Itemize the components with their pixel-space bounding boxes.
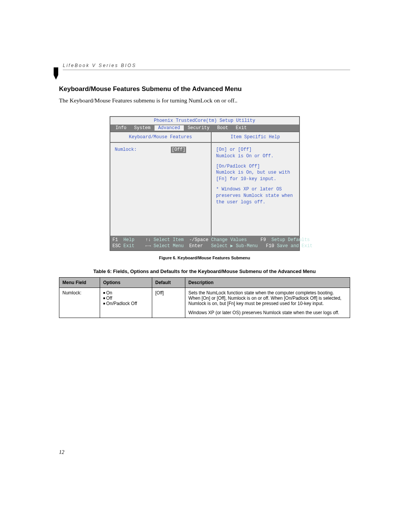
help-line: * Windows XP or later OS preserves Numlo… xyxy=(216,186,295,205)
footer-key: ↑↓ xyxy=(145,237,151,243)
help-line: [On] or [Off] xyxy=(216,147,295,153)
option-item: Off xyxy=(103,296,149,301)
col-menu-field: Menu Field xyxy=(59,278,100,288)
footer-label: Select Item xyxy=(154,237,184,243)
left-panel-title: Keyboard/Mouse Features xyxy=(110,132,211,143)
bios-left-panel: Keyboard/Mouse Features Numlock: [Off] xyxy=(110,132,212,236)
cell-menu-field: Numlock: xyxy=(59,288,100,318)
numlock-label: Numlock: xyxy=(115,147,137,153)
page-number: 12 xyxy=(59,449,64,455)
bios-window: Phoenix TrustedCore(tm) Setup Utility In… xyxy=(110,116,300,251)
section-heading: Keyboard/Mouse Features Submenu of the A… xyxy=(59,85,350,93)
footer-key: ESC xyxy=(113,243,121,249)
bios-utility-title: Phoenix TrustedCore(tm) Setup Utility xyxy=(110,117,299,125)
bios-top-menu: Info System Advanced Security Boot Exit xyxy=(110,125,299,131)
footer-key: F10 xyxy=(266,243,274,249)
help-line: Numlock is On or Off. xyxy=(216,153,295,160)
desc-paragraph: Windows XP (or later OS) preserves Numlo… xyxy=(188,310,347,315)
footer-label: Save and Exit xyxy=(277,243,313,249)
desc-paragraph: Sets the NumLock function state when the… xyxy=(188,290,347,306)
footer-label: Select Menu xyxy=(154,243,184,249)
menu-exit[interactable]: Exit xyxy=(232,125,251,131)
footer-key: F1 xyxy=(113,237,118,243)
bios-help-panel: Item Specific Help [On] or [Off] Numlock… xyxy=(212,132,299,236)
intro-paragraph: The Keyboard/Mouse Features submenu is f… xyxy=(59,97,350,105)
left-panel-content: Numlock: [Off] xyxy=(110,143,211,157)
col-default: Default xyxy=(152,278,185,288)
header-arrow-icon xyxy=(52,67,61,80)
footer-key: -/Space xyxy=(189,237,208,243)
svg-marker-0 xyxy=(54,67,58,80)
menu-advanced[interactable]: Advanced xyxy=(155,125,184,131)
bios-body: Keyboard/Mouse Features Numlock: [Off] I… xyxy=(110,131,299,236)
menu-security[interactable]: Security xyxy=(184,125,213,131)
footer-key: F9 xyxy=(260,237,266,243)
footer-label: Exit xyxy=(123,243,134,249)
fields-table: Menu Field Options Default Description N… xyxy=(59,277,350,318)
figure-caption: Figure 6. Keyboard/Mouse Features Submen… xyxy=(59,256,350,260)
table-header-row: Menu Field Options Default Description xyxy=(59,278,350,288)
help-line: [On/Padlock Off] xyxy=(216,163,295,170)
help-text: [On] or [Off] Numlock is On or Off. [On/… xyxy=(212,143,299,209)
footer-label: Change Values xyxy=(211,237,247,243)
footer-label: Select ▶ Sub-Menu xyxy=(211,243,258,249)
col-options: Options xyxy=(100,278,152,288)
menu-boot[interactable]: Boot xyxy=(213,125,232,131)
bios-footer: F1 Help ↑↓ Select Item -/Space Change Va… xyxy=(110,236,299,250)
cell-default: [Off] xyxy=(152,288,185,318)
menu-info[interactable]: Info xyxy=(112,125,131,131)
footer-label: Help xyxy=(123,237,134,243)
cell-options: On Off On/Padlock Off xyxy=(100,288,152,318)
option-item: On xyxy=(103,290,149,296)
help-line: Numlock is On, but use with [Fn] for 10-… xyxy=(216,169,295,182)
footer-label: Setup Defaults xyxy=(271,237,310,243)
document-page: LifeBook V Series BIOS Keyboard/Mouse Fe… xyxy=(59,63,350,318)
numlock-value[interactable]: [Off] xyxy=(171,147,186,153)
help-panel-title: Item Specific Help xyxy=(212,132,299,143)
running-header: LifeBook V Series BIOS xyxy=(63,63,350,70)
option-item: On/Padlock Off xyxy=(103,301,149,306)
footer-key: Enter xyxy=(189,243,203,249)
menu-system[interactable]: System xyxy=(130,125,154,131)
table-caption: Table 6: Fields, Options and Defaults fo… xyxy=(59,268,350,274)
table-row: Numlock: On Off On/Padlock Off [Off] Set… xyxy=(59,288,350,318)
cell-description: Sets the NumLock function state when the… xyxy=(185,288,350,318)
footer-key: ←→ xyxy=(145,243,151,249)
col-description: Description xyxy=(185,278,350,288)
